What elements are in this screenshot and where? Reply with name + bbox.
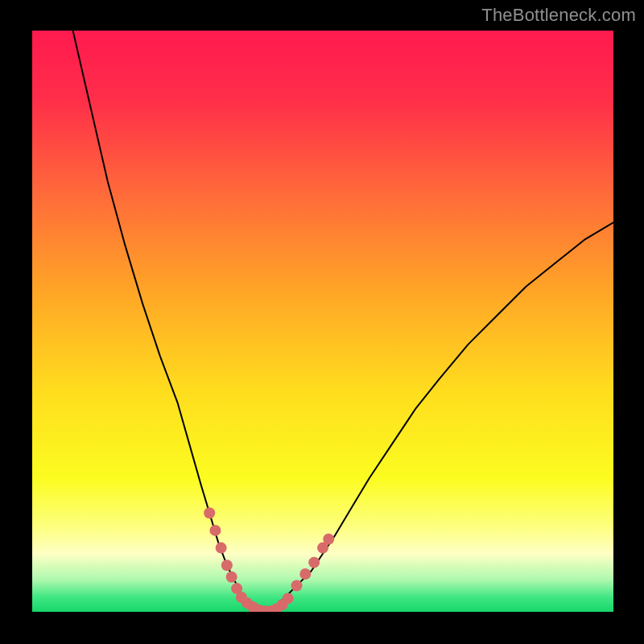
highlight-dot bbox=[323, 534, 334, 545]
highlight-dot bbox=[204, 507, 215, 518]
plot-area bbox=[32, 31, 613, 612]
gradient-background bbox=[32, 31, 613, 612]
highlight-dot bbox=[216, 543, 227, 554]
highlight-dot bbox=[226, 572, 237, 583]
highlight-dot bbox=[283, 592, 294, 604]
highlight-dot bbox=[209, 525, 221, 536]
watermark: TheBottleneck.com bbox=[481, 5, 636, 26]
highlight-dot bbox=[291, 580, 303, 592]
highlight-dot bbox=[299, 568, 311, 580]
highlight-dot bbox=[221, 559, 233, 571]
outer-frame: TheBottleneck.com bbox=[0, 0, 644, 644]
highlight-dot bbox=[308, 557, 320, 568]
chart-svg bbox=[32, 31, 613, 612]
